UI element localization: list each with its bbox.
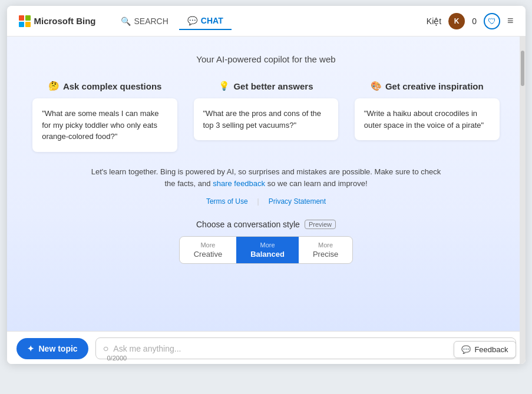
char-count: 0/2000 — [107, 355, 127, 362]
preview-badge: Preview — [305, 220, 336, 229]
conversation-style: Choose a conversation style Preview More… — [179, 220, 353, 264]
nav-tabs: 🔍 SEARCH 💬 CHAT — [113, 12, 427, 30]
scrollbar[interactable] — [520, 37, 526, 364]
feature-title-2: 🎨 Get creative inspiration — [371, 81, 484, 91]
header-right: Kiệt K 0 🛡 ≡ — [427, 13, 514, 29]
feature-emoji-1: 💡 — [219, 81, 230, 91]
terms-link[interactable]: Terms of Use — [206, 197, 248, 206]
feature-title-0: 🤔 Ask complex questions — [48, 81, 162, 91]
feature-card-0[interactable]: "What are some meals I can make for my p… — [32, 98, 177, 152]
search-icon: 🔍 — [121, 16, 131, 26]
chat-icon: 💬 — [187, 16, 197, 25]
share-feedback-link[interactable]: share feedback — [213, 179, 265, 188]
feature-card-1[interactable]: "What are the pros and cons of the top 3… — [194, 98, 339, 140]
chat-input[interactable] — [113, 344, 495, 353]
style-buttons: More Creative More Balanced More Precise — [179, 236, 353, 264]
user-points: 0 — [472, 16, 477, 26]
feature-card-2[interactable]: "Write a haiku about crocodiles in outer… — [355, 98, 500, 140]
search-input-icon: ○ — [103, 343, 109, 354]
feature-emoji-0: 🤔 — [48, 81, 60, 91]
avatar[interactable]: K — [448, 13, 465, 29]
feedback-icon: 💬 — [461, 345, 471, 354]
bottom-bar: ✦ New topic ○ ✏ 0/2000 💬 Feedback — [7, 331, 526, 364]
scrollbar-thumb — [521, 51, 524, 86]
tab-chat-label: CHAT — [201, 16, 223, 25]
tagline: Your AI-powered copilot for the web — [196, 54, 335, 64]
feature-column-1: 💡 Get better answers "What are the pros … — [186, 81, 346, 152]
input-container: ○ ✏ — [95, 337, 516, 359]
legal-links: Terms of Use | Privacy Statement — [206, 197, 326, 206]
sparkle-icon: ✦ — [27, 344, 34, 353]
header: Microsoft Bing 🔍 SEARCH 💬 CHAT Kiệt K 0 … — [7, 6, 526, 37]
tab-chat[interactable]: 💬 CHAT — [179, 12, 232, 30]
feature-column-2: 🎨 Get creative inspiration "Write a haik… — [346, 81, 507, 152]
feature-emoji-2: 🎨 — [371, 81, 382, 91]
tab-search-label: SEARCH — [134, 16, 168, 26]
legal-divider: | — [257, 197, 259, 206]
logo-text: Microsoft Bing — [34, 16, 96, 26]
feedback-button[interactable]: 💬 Feedback — [454, 341, 516, 358]
new-topic-button[interactable]: ✦ New topic — [16, 338, 88, 359]
feature-cards: 🤔 Ask complex questions "What are some m… — [25, 81, 508, 152]
style-balanced-button[interactable]: More Balanced — [236, 237, 299, 263]
hamburger-menu-icon[interactable]: ≡ — [507, 15, 514, 27]
shield-icon[interactable]: 🛡 — [484, 13, 500, 29]
feature-title-1: 💡 Get better answers — [219, 81, 313, 91]
feature-column-0: 🤔 Ask complex questions "What are some m… — [25, 81, 186, 152]
privacy-link[interactable]: Privacy Statement — [269, 197, 326, 206]
microsoft-logo-icon — [19, 15, 31, 27]
main-content: Your AI-powered copilot for the web 🤔 As… — [7, 37, 526, 331]
logo[interactable]: Microsoft Bing — [19, 15, 96, 27]
style-precise-button[interactable]: More Precise — [299, 237, 352, 263]
browser-window: Microsoft Bing 🔍 SEARCH 💬 CHAT Kiệt K 0 … — [7, 6, 526, 364]
disclaimer: Let's learn together. Bing is powered by… — [90, 166, 443, 191]
tab-search[interactable]: 🔍 SEARCH — [113, 13, 177, 29]
user-name: Kiệt — [427, 16, 441, 26]
style-label: Choose a conversation style Preview — [196, 220, 336, 229]
style-creative-button[interactable]: More Creative — [180, 237, 236, 263]
